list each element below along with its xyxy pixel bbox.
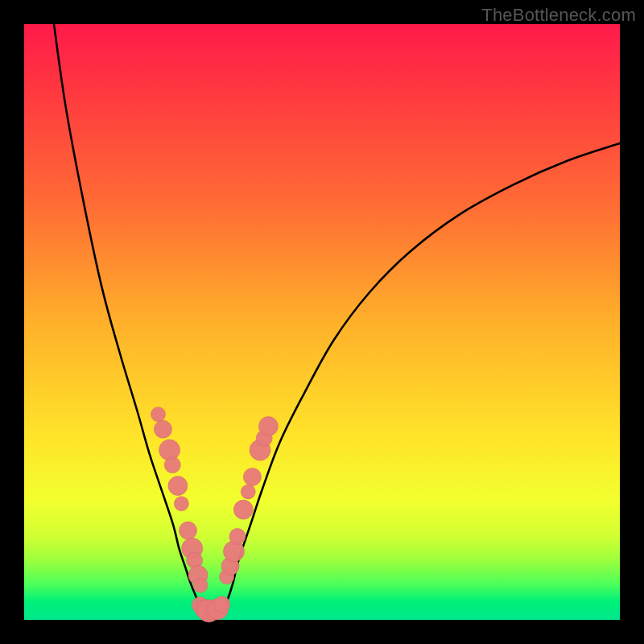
data-dot [154, 420, 171, 438]
bottleneck-curve [54, 24, 620, 615]
data-dot [193, 578, 208, 592]
data-dot [180, 522, 197, 539]
data-dot [168, 477, 188, 496]
data-dot [258, 417, 278, 436]
data-dot [229, 528, 246, 544]
curve-layer [54, 24, 620, 615]
data-dot [243, 468, 261, 485]
chart-svg [24, 24, 620, 620]
data-dot [233, 500, 253, 519]
plot-area [24, 24, 620, 620]
watermark-text: TheBottleneck.com [481, 5, 636, 26]
data-dot [223, 541, 244, 562]
chart-frame: TheBottleneck.com [0, 0, 644, 644]
data-dot [164, 457, 180, 473]
data-dot [151, 407, 166, 422]
data-dot [174, 497, 188, 511]
data-dot [241, 485, 255, 499]
data-dot [214, 597, 230, 613]
